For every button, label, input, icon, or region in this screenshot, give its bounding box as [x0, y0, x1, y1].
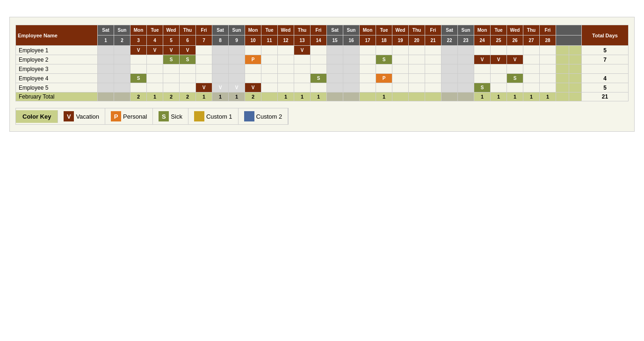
cell-4-21[interactable]	[425, 74, 441, 83]
cell-5-28[interactable]	[540, 83, 556, 92]
cell-3-16[interactable]	[343, 64, 360, 74]
cell-1-20[interactable]	[409, 46, 425, 55]
cell-2-23[interactable]	[458, 55, 474, 64]
cell-1-17[interactable]	[360, 46, 376, 55]
cell-4-28[interactable]	[540, 74, 556, 83]
cell-4-2[interactable]	[114, 74, 130, 83]
cell-2-14[interactable]	[311, 55, 327, 64]
cell-5-1[interactable]	[98, 83, 114, 92]
cell-5-8[interactable]: V	[212, 83, 229, 92]
cell-5-16[interactable]	[343, 83, 360, 92]
cell-1-9[interactable]	[229, 46, 245, 55]
cell-1-6[interactable]: V	[180, 46, 196, 55]
cell-3-19[interactable]	[392, 64, 409, 74]
cell-2-2[interactable]	[114, 55, 130, 64]
cell-2-8[interactable]	[212, 55, 229, 64]
cell-1-19[interactable]	[392, 46, 409, 55]
cell-3-23[interactable]	[458, 64, 474, 74]
cell-1-11[interactable]	[261, 46, 278, 55]
cell-2-5[interactable]: S	[163, 55, 180, 64]
cell-5-21[interactable]	[425, 83, 441, 92]
cell-3-28[interactable]	[540, 64, 556, 74]
cell-2-22[interactable]	[441, 55, 458, 64]
cell-4-8[interactable]	[212, 74, 229, 83]
cell-5-15[interactable]	[327, 83, 343, 92]
cell-5-3[interactable]	[130, 83, 147, 92]
cell-3-27[interactable]	[523, 64, 540, 74]
cell-2-16[interactable]	[343, 55, 360, 64]
cell-3-8[interactable]	[212, 64, 229, 74]
cell-3-21[interactable]	[425, 64, 441, 74]
cell-1-24[interactable]	[474, 46, 491, 55]
cell-3-20[interactable]	[409, 64, 425, 74]
cell-3-24[interactable]	[474, 64, 491, 74]
cell-1-7[interactable]	[196, 46, 212, 55]
cell-5-18[interactable]	[376, 83, 392, 92]
cell-3-25[interactable]	[491, 64, 507, 74]
cell-5-17[interactable]	[360, 83, 376, 92]
cell-1-2[interactable]	[114, 46, 130, 55]
cell-1-10[interactable]	[245, 46, 261, 55]
cell-3-26[interactable]	[507, 64, 523, 74]
cell-4-13[interactable]	[294, 74, 311, 83]
cell-5-6[interactable]	[180, 83, 196, 92]
cell-1-21[interactable]	[425, 46, 441, 55]
cell-1-15[interactable]	[327, 46, 343, 55]
cell-5-26[interactable]	[507, 83, 523, 92]
cell-5-12[interactable]	[278, 83, 294, 92]
cell-4-27[interactable]	[523, 74, 540, 83]
cell-4-12[interactable]	[278, 74, 294, 83]
cell-4-1[interactable]	[98, 74, 114, 83]
cell-4-26[interactable]: S	[507, 74, 523, 83]
cell-1-26[interactable]	[507, 46, 523, 55]
cell-4-11[interactable]	[261, 74, 278, 83]
cell-3-7[interactable]	[196, 64, 212, 74]
cell-2-21[interactable]	[425, 55, 441, 64]
cell-3-4[interactable]	[147, 64, 163, 74]
cell-2-9[interactable]	[229, 55, 245, 64]
cell-4-19[interactable]	[392, 74, 409, 83]
cell-3-5[interactable]	[163, 64, 180, 74]
cell-4-25[interactable]	[491, 74, 507, 83]
cell-3-1[interactable]	[98, 64, 114, 74]
cell-4-7[interactable]	[196, 74, 212, 83]
cell-5-10[interactable]: V	[245, 83, 261, 92]
cell-2-20[interactable]	[409, 55, 425, 64]
cell-1-25[interactable]	[491, 46, 507, 55]
cell-3-13[interactable]	[294, 64, 311, 74]
cell-2-1[interactable]	[98, 55, 114, 64]
cell-4-4[interactable]	[147, 74, 163, 83]
cell-4-3[interactable]: S	[130, 74, 147, 83]
cell-2-25[interactable]: V	[491, 55, 507, 64]
cell-1-4[interactable]: V	[147, 46, 163, 55]
cell-2-15[interactable]	[327, 55, 343, 64]
cell-3-2[interactable]	[114, 64, 130, 74]
cell-3-15[interactable]	[327, 64, 343, 74]
cell-5-5[interactable]	[163, 83, 180, 92]
cell-2-27[interactable]	[523, 55, 540, 64]
cell-3-3[interactable]	[130, 64, 147, 74]
cell-1-28[interactable]	[540, 46, 556, 55]
cell-5-20[interactable]	[409, 83, 425, 92]
cell-5-2[interactable]	[114, 83, 130, 92]
cell-1-16[interactable]	[343, 46, 360, 55]
cell-2-17[interactable]	[360, 55, 376, 64]
cell-3-11[interactable]	[261, 64, 278, 74]
cell-2-10[interactable]: P	[245, 55, 261, 64]
cell-1-8[interactable]	[212, 46, 229, 55]
cell-5-4[interactable]	[147, 83, 163, 92]
cell-4-23[interactable]	[458, 74, 474, 83]
cell-5-9[interactable]: V	[229, 83, 245, 92]
cell-2-4[interactable]	[147, 55, 163, 64]
cell-4-22[interactable]	[441, 74, 458, 83]
cell-3-17[interactable]	[360, 64, 376, 74]
cell-4-6[interactable]	[180, 74, 196, 83]
cell-2-3[interactable]	[130, 55, 147, 64]
cell-1-12[interactable]	[278, 46, 294, 55]
cell-2-13[interactable]	[294, 55, 311, 64]
cell-5-24[interactable]: S	[474, 83, 491, 92]
cell-1-13[interactable]: V	[294, 46, 311, 55]
cell-2-24[interactable]: V	[474, 55, 491, 64]
cell-5-7[interactable]: V	[196, 83, 212, 92]
cell-4-24[interactable]	[474, 74, 491, 83]
